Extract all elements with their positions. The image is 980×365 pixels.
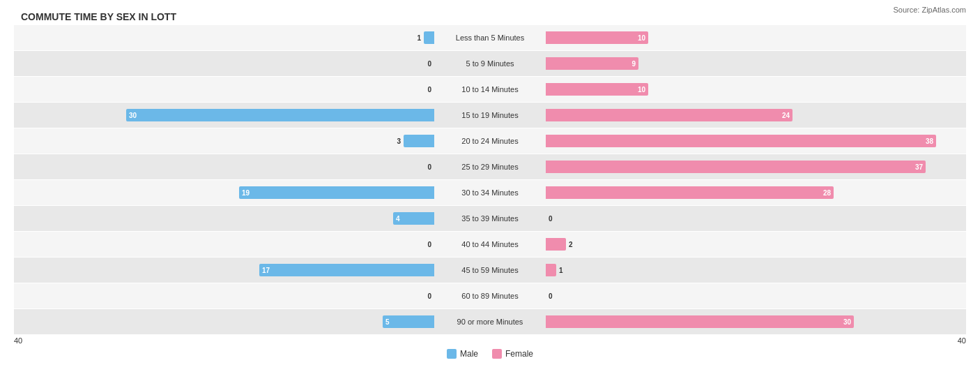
table-row: 17 45 to 59 Minutes 1 <box>14 258 966 283</box>
bar-section: 19 30 to 34 Minutes 28 <box>14 180 966 205</box>
female-bar: 10 <box>546 31 648 44</box>
table-row: 19 30 to 34 Minutes 28 <box>14 180 966 205</box>
source-label: Source: ZipAtlas.com <box>893 6 966 14</box>
axis-labels: 40 40 <box>14 336 966 345</box>
row-label: 90 or more Minutes <box>434 318 546 326</box>
left-bar-area: 3 <box>14 133 434 149</box>
female-value-outside: 1 <box>559 267 563 274</box>
row-label: 5 to 9 Minutes <box>434 59 546 68</box>
female-legend-box <box>492 349 502 359</box>
left-bar-area: 0 <box>14 237 434 252</box>
male-bar: 19 <box>239 186 434 199</box>
right-bar-area: 10 <box>546 30 966 45</box>
female-bar: 10 <box>546 83 648 96</box>
male-value-zero: 0 <box>427 60 431 68</box>
row-label: 20 to 24 Minutes <box>434 137 546 145</box>
right-bar-area: 10 <box>546 82 966 97</box>
bar-section: 0 40 to 44 Minutes 2 <box>14 232 966 257</box>
female-bar <box>546 238 566 251</box>
row-label: 45 to 59 Minutes <box>434 266 546 274</box>
chart-inner: 1 Less than 5 Minutes 10 <box>14 25 966 334</box>
left-bar-area: 0 <box>14 159 434 174</box>
male-value-inside: 17 <box>259 267 273 274</box>
left-bar-area: 4 <box>14 211 434 226</box>
row-label: Less than 5 Minutes <box>434 33 546 42</box>
female-value-outside: 2 <box>569 241 573 248</box>
female-bar: 28 <box>546 186 834 199</box>
axis-right: 40 <box>958 336 966 345</box>
row-label: 35 to 39 Minutes <box>434 214 546 223</box>
table-row: 30 15 to 19 Minutes 24 <box>14 103 966 128</box>
right-bar-area: 28 <box>546 185 966 200</box>
right-bar-area: 0 <box>546 211 966 226</box>
bar-section: 4 35 to 39 Minutes 0 <box>14 206 966 231</box>
bar-section: 0 25 to 29 Minutes 37 <box>14 154 966 179</box>
male-bar <box>424 31 434 44</box>
male-value-outside: 1 <box>417 34 421 42</box>
row-label: 30 to 34 Minutes <box>434 188 546 197</box>
table-row: 4 35 to 39 Minutes 0 <box>14 206 966 231</box>
chart-title: COMMUTE TIME BY SEX IN LOTT <box>14 7 966 25</box>
female-value-inside: 24 <box>779 112 793 119</box>
table-row: 0 60 to 89 Minutes 0 <box>14 283 966 308</box>
axis-left: 40 <box>14 336 22 345</box>
bar-section: 17 45 to 59 Minutes 1 <box>14 258 966 283</box>
female-value-inside: 30 <box>841 318 854 326</box>
table-row: 0 10 to 14 Minutes 10 <box>14 77 966 102</box>
male-legend-label: Male <box>460 349 478 359</box>
male-value-zero: 0 <box>427 86 431 94</box>
row-label: 15 to 19 Minutes <box>434 111 546 119</box>
bar-section: 5 90 or more Minutes 30 <box>14 309 966 334</box>
left-bar-area: 30 <box>14 107 434 123</box>
table-row: 0 40 to 44 Minutes 2 <box>14 232 966 257</box>
right-bar-area: 0 <box>546 288 966 304</box>
left-bar-area: 5 <box>14 314 434 329</box>
left-bar-area: 1 <box>14 30 434 45</box>
row-label: 25 to 29 Minutes <box>434 163 546 171</box>
male-bar: 5 <box>383 315 434 328</box>
female-bar: 9 <box>546 57 638 70</box>
male-value-inside: 30 <box>126 112 139 119</box>
row-label: 60 to 89 Minutes <box>434 292 546 300</box>
female-value-inside: 10 <box>635 86 648 94</box>
bar-section: 1 Less than 5 Minutes 10 <box>14 25 966 50</box>
female-value-zero: 0 <box>549 292 553 300</box>
chart-container: COMMUTE TIME BY SEX IN LOTT Source: ZipA… <box>0 0 980 365</box>
legend: Male Female <box>14 349 966 359</box>
female-bar: 24 <box>546 109 793 121</box>
male-value-outside: 3 <box>397 137 401 145</box>
female-value-inside: 38 <box>923 137 936 145</box>
male-value-inside: 4 <box>393 215 403 223</box>
female-bar: 30 <box>546 315 854 328</box>
male-legend-box <box>447 349 457 359</box>
female-bar: 37 <box>546 161 926 173</box>
right-bar-area: 1 <box>546 262 966 278</box>
legend-female: Female <box>492 349 533 359</box>
legend-male: Male <box>447 349 478 359</box>
right-bar-area: 37 <box>546 159 966 174</box>
table-row: 0 5 to 9 Minutes 9 <box>14 51 966 76</box>
table-row: 3 20 to 24 Minutes 38 <box>14 128 966 154</box>
female-bar <box>546 264 556 276</box>
female-legend-label: Female <box>505 349 533 359</box>
male-value-inside: 5 <box>383 318 392 326</box>
right-bar-area: 24 <box>546 107 966 123</box>
male-bar: 17 <box>259 264 434 276</box>
female-value-inside: 9 <box>629 60 638 68</box>
left-bar-area: 17 <box>14 262 434 278</box>
row-label: 10 to 14 Minutes <box>434 85 546 94</box>
right-bar-area: 30 <box>546 314 966 329</box>
bar-section: 3 20 to 24 Minutes 38 <box>14 128 966 154</box>
male-bar: 4 <box>393 212 434 225</box>
table-row: 5 90 or more Minutes 30 <box>14 309 966 334</box>
male-value-zero: 0 <box>427 241 431 248</box>
table-row: 1 Less than 5 Minutes 10 <box>14 25 966 50</box>
male-value-zero: 0 <box>427 163 431 171</box>
row-label: 40 to 44 Minutes <box>434 240 546 248</box>
female-value-zero: 0 <box>549 215 553 223</box>
bar-section: 0 60 to 89 Minutes 0 <box>14 283 966 308</box>
left-bar-area: 0 <box>14 288 434 304</box>
female-value-inside: 28 <box>820 189 834 197</box>
female-bar: 38 <box>546 135 936 147</box>
right-bar-area: 2 <box>546 237 966 252</box>
